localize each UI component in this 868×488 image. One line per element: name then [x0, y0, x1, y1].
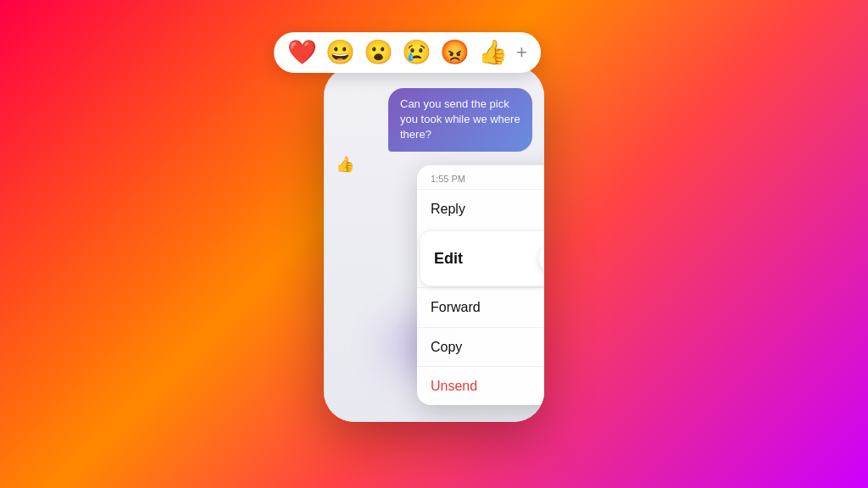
- copy-menu-item[interactable]: Copy ⧉: [417, 327, 544, 366]
- reply-label: Reply: [431, 202, 465, 217]
- edit-menu-item[interactable]: Edit ✏️: [420, 230, 544, 286]
- edit-label: Edit: [434, 250, 463, 268]
- reaction-grin[interactable]: 😀: [326, 41, 355, 64]
- phone-container: ❤️ 😀 😮 😢 😡 👍 + Can you send the pick you…: [298, 41, 570, 447]
- reaction-more-button[interactable]: +: [516, 42, 527, 64]
- reaction-bar: ❤️ 😀 😮 😢 😡 👍 +: [274, 32, 541, 73]
- chat-area: Can you send the pick you took while we …: [324, 66, 544, 422]
- phone-frame: Can you send the pick you took while we …: [324, 66, 544, 422]
- copy-label: Copy: [431, 340, 462, 355]
- forward-menu-item[interactable]: Forward ➤: [417, 287, 544, 327]
- reply-menu-item[interactable]: Reply ↩: [417, 189, 544, 229]
- reaction-thumbsup[interactable]: 👍: [478, 41, 508, 64]
- edit-icon-pill: ✏️: [539, 243, 544, 274]
- context-menu: 1:55 PM Reply ↩ Edit ✏️ Forward ➤ Copy: [417, 165, 544, 405]
- unsend-menu-item[interactable]: Unsend 🗑: [417, 366, 544, 405]
- unsend-label: Unsend: [431, 379, 477, 394]
- message-text: Can you send the pick you took while we …: [400, 97, 520, 141]
- reaction-surprised[interactable]: 😮: [364, 41, 393, 64]
- forward-label: Forward: [431, 300, 481, 315]
- message-time: 1:55 PM: [417, 165, 544, 189]
- reaction-cry[interactable]: 😢: [402, 41, 431, 64]
- message-bubble: Can you send the pick you took while we …: [388, 88, 532, 152]
- reaction-angry[interactable]: 😡: [440, 41, 470, 64]
- reaction-heart[interactable]: ❤️: [287, 41, 317, 64]
